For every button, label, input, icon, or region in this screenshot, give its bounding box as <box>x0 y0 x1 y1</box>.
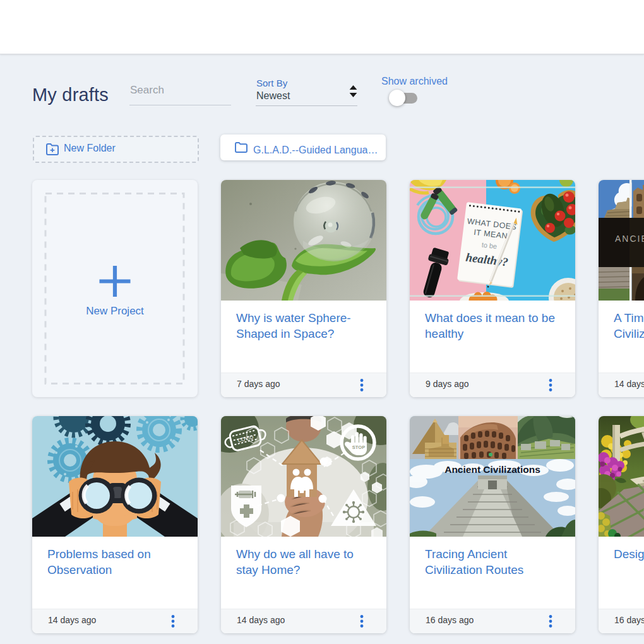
svg-text:Ancient Civilizations: Ancient Civilizations <box>444 464 540 475</box>
svg-text:ANCIENT: ANCIENT <box>615 234 644 244</box>
svg-text:STOP: STOP <box>352 444 365 450</box>
